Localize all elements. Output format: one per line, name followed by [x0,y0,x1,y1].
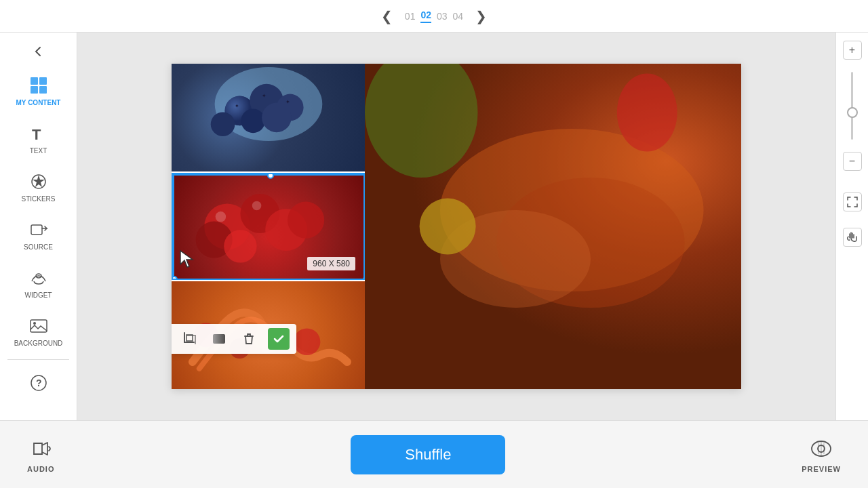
svg-rect-42 [213,334,225,344]
top-bar: ❮ 01 02 03 04 ❯ [0,0,868,33]
svg-point-37 [252,201,262,210]
svg-point-18 [617,73,677,151]
svg-marker-43 [34,443,42,454]
size-label: 960 X 580 [307,257,355,270]
confirm-button[interactable] [268,328,290,350]
svg-point-9 [33,322,36,325]
crab-image-fill [365,64,741,389]
sidebar-item-source[interactable]: SOURCE [0,212,77,258]
sidebar-item-widget[interactable]: WIDGET [0,260,77,306]
svg-text:✦: ✦ [235,103,239,109]
source-icon [28,219,50,241]
svg-rect-2 [31,86,38,94]
image-toolbar [172,324,296,354]
widget-icon [28,267,50,289]
my-content-icon [28,75,50,96]
stickers-icon [28,171,50,192]
svg-point-40 [294,329,321,356]
svg-point-25 [262,103,292,133]
zoom-out-button[interactable]: − [843,152,862,171]
delete-button[interactable] [238,328,260,350]
sidebar-item-background[interactable]: BACKGROUND [0,308,77,354]
svg-rect-8 [31,320,47,332]
zoom-slider[interactable] [851,65,853,146]
slide-num-3[interactable]: 03 [437,11,448,22]
zoom-in-button[interactable]: + [843,41,862,60]
bottom-bar: AUDIO Shuffle PREVIEW [0,420,868,488]
svg-text:T: T [32,126,41,143]
canvas-area: ✦ ✦ ✦ [77,33,835,420]
audio-button[interactable]: AUDIO [27,436,54,473]
canvas[interactable]: ✦ ✦ ✦ [172,64,741,389]
sidebar-divider [7,359,68,360]
slide-navigation: ❮ 01 02 03 04 ❯ [378,7,490,26]
zoom-track [851,72,853,140]
svg-rect-1 [39,77,47,85]
slide-num-1[interactable]: 01 [405,11,416,22]
sidebar-item-my-content-label: MY CONTENT [16,99,61,106]
back-button[interactable] [0,38,77,65]
svg-point-34 [288,201,324,238]
slide-num-2[interactable]: 02 [420,9,431,23]
main-layout: MY CONTENT T TEXT STICKERS [0,33,868,420]
pan-button[interactable] [843,228,862,247]
shuffle-button[interactable]: Shuffle [351,435,505,474]
preview-button[interactable]: PREVIEW [802,436,841,473]
svg-rect-0 [31,77,38,85]
sidebar-item-source-label: SOURCE [24,243,53,251]
crop-button[interactable] [178,328,200,350]
preview-label: PREVIEW [802,465,841,473]
svg-rect-3 [39,86,47,94]
sidebar-item-help[interactable]: ? [0,365,77,401]
audio-label: AUDIO [27,465,54,473]
svg-point-24 [241,108,265,133]
sidebar-item-stickers-label: STICKERS [21,195,55,203]
slide-num-4[interactable]: 04 [453,11,464,22]
svg-point-17 [420,198,476,254]
next-slide-button[interactable]: ❯ [471,7,490,26]
right-image-crab [365,64,741,389]
strawberries-image[interactable]: 960 X 580 [172,173,365,281]
sidebar: MY CONTENT T TEXT STICKERS [0,33,77,420]
sidebar-item-background-label: BACKGROUND [14,340,63,347]
svg-point-16 [365,64,478,178]
svg-rect-6 [31,225,42,235]
zoom-thumb[interactable] [847,107,858,118]
svg-text:?: ? [36,378,42,388]
help-icon: ? [28,372,50,394]
prev-slide-button[interactable]: ❮ [378,7,397,26]
slide-numbers: 01 02 03 04 [405,9,463,23]
svg-point-35 [224,230,256,262]
sidebar-item-my-content[interactable]: MY CONTENT [0,68,77,113]
background-icon [28,315,50,337]
sidebar-item-text-label: TEXT [30,147,47,155]
svg-text:✦: ✦ [285,99,290,105]
text-icon: T [28,123,50,144]
zoom-fit-button[interactable] [843,192,862,211]
blueberries-image: ✦ ✦ ✦ [172,64,365,171]
sidebar-item-widget-label: WIDGET [25,291,52,299]
sidebar-item-text[interactable]: T TEXT [0,116,77,161]
filter-button[interactable] [208,328,230,350]
zoom-panel: + − [835,33,868,420]
svg-text:✦: ✦ [262,93,267,99]
svg-point-36 [216,211,226,222]
svg-point-26 [211,112,235,136]
sidebar-item-stickers[interactable]: STICKERS [0,164,77,209]
